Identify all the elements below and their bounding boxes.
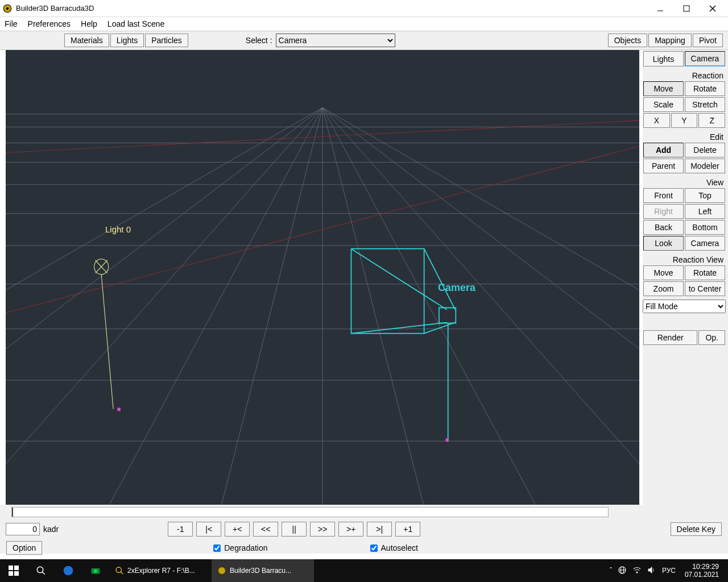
svg-line-54 — [121, 572, 123, 574]
select-label: Select : — [246, 36, 272, 45]
materials-button[interactable]: Materials — [64, 34, 109, 47]
svg-rect-38 — [118, 408, 121, 411]
view-label: View — [643, 174, 726, 188]
op-button[interactable]: Op. — [698, 330, 725, 345]
taskbar-task-explorer[interactable]: 2xExplorer R7 - F:\B... — [109, 559, 212, 582]
objects-button[interactable]: Objects — [608, 34, 647, 47]
kadr-label: kadr — [43, 525, 59, 534]
edge-icon[interactable] — [55, 559, 82, 582]
timeline-panel: kadr -1 |< +< << || >> >+ >| +1 Delete K… — [0, 505, 728, 554]
minimize-button[interactable] — [647, 0, 673, 17]
render-button[interactable]: Render — [643, 330, 697, 345]
edit-parent-button[interactable]: Parent — [643, 159, 684, 173]
rview-center-button[interactable]: to Center — [685, 281, 725, 296]
app-icon — [2, 3, 13, 14]
axis-y-button[interactable]: Y — [671, 113, 698, 128]
timeline-track[interactable] — [11, 507, 609, 517]
svg-rect-46 — [9, 571, 13, 576]
svg-point-48 — [37, 567, 43, 573]
taskbar-task-builder3d[interactable]: Builder3D Barracu... — [212, 559, 314, 582]
menu-load-last-scene[interactable]: Load last Scene — [107, 19, 164, 28]
viewport-3d[interactable]: Light 0 Camera — [6, 50, 639, 531]
axis-x-button[interactable]: X — [643, 113, 670, 128]
wifi-icon[interactable] — [632, 566, 642, 576]
reaction-move-button[interactable]: Move — [643, 81, 684, 96]
axis-z-button[interactable]: Z — [698, 113, 725, 128]
language-indicator[interactable]: РУС — [662, 567, 676, 575]
reaction-stretch-button[interactable]: Stretch — [685, 97, 725, 112]
edit-label: Edit — [643, 129, 726, 143]
step-plus1-button[interactable]: +1 — [395, 522, 420, 537]
svg-marker-60 — [648, 567, 652, 573]
svg-point-52 — [94, 569, 98, 573]
svg-point-59 — [636, 572, 638, 573]
select-dropdown[interactable]: Camera — [276, 34, 395, 47]
taskbar-clock[interactable]: 10:29:29 07.01.2021 — [681, 563, 722, 579]
degradation-checkbox[interactable]: Degradation — [213, 543, 267, 552]
window-title: Builder3D Barracuda3D — [16, 4, 647, 13]
svg-point-1 — [6, 7, 9, 10]
reaction-rotate-button[interactable]: Rotate — [685, 81, 725, 96]
last-frame-button[interactable]: >| — [367, 522, 392, 537]
forward-button[interactable]: >> — [310, 522, 335, 537]
start-button[interactable] — [0, 559, 27, 582]
rewind-button[interactable]: << — [253, 522, 278, 537]
add-back-button[interactable]: +< — [225, 522, 250, 537]
svg-point-55 — [218, 567, 225, 574]
side-camera-button[interactable]: Camera — [685, 51, 725, 66]
rview-zoom-button[interactable]: Zoom — [643, 281, 684, 296]
svg-rect-44 — [9, 566, 13, 570]
volume-icon[interactable] — [647, 566, 656, 576]
title-bar: Builder3D Barracuda3D — [0, 0, 728, 17]
view-bottom-button[interactable]: Bottom — [685, 220, 725, 235]
particles-button[interactable]: Particles — [145, 34, 188, 47]
view-camera-button[interactable]: Camera — [685, 236, 725, 251]
system-tray: ˆ РУС 10:29:29 07.01.2021 — [604, 563, 728, 579]
menu-help[interactable]: Help — [81, 19, 97, 28]
kadr-input[interactable] — [6, 523, 40, 535]
pause-button[interactable]: || — [282, 522, 307, 537]
add-forward-button[interactable]: >+ — [338, 522, 363, 537]
rview-rotate-button[interactable]: Rotate — [685, 265, 725, 280]
reaction-label: Reaction — [643, 68, 726, 81]
camera-app-icon[interactable] — [82, 559, 109, 582]
view-left-button[interactable]: Left — [685, 204, 725, 219]
delete-key-button[interactable]: Delete Key — [671, 522, 722, 536]
view-top-button[interactable]: Top — [685, 188, 725, 203]
close-button[interactable] — [700, 0, 726, 17]
maximize-button[interactable] — [673, 0, 700, 17]
autoselect-checkbox[interactable]: Autoselect — [370, 543, 418, 552]
svg-point-53 — [116, 567, 121, 572]
rview-move-button[interactable]: Move — [643, 265, 684, 280]
edit-add-button[interactable]: Add — [643, 143, 684, 157]
search-icon[interactable] — [27, 559, 55, 582]
view-back-button[interactable]: Back — [643, 220, 684, 235]
reaction-view-label: Reaction View — [643, 252, 726, 265]
pivot-button[interactable]: Pivot — [693, 34, 723, 47]
side-lights-button[interactable]: Lights — [643, 51, 684, 66]
svg-line-49 — [42, 572, 45, 575]
fill-mode-select[interactable]: Fill Mode — [643, 300, 726, 313]
mapping-button[interactable]: Mapping — [648, 34, 692, 47]
network-icon[interactable] — [618, 566, 627, 576]
lights-button[interactable]: Lights — [110, 34, 144, 47]
svg-rect-45 — [14, 566, 19, 570]
tray-chevron-icon[interactable]: ˆ — [610, 567, 612, 575]
svg-point-50 — [64, 566, 73, 576]
viewport-light-label: Light 0 — [105, 225, 131, 234]
view-front-button[interactable]: Front — [643, 188, 684, 203]
svg-rect-3 — [684, 6, 689, 11]
top-toolbar: Materials Lights Particles Select : Came… — [0, 31, 728, 50]
edit-delete-button[interactable]: Delete — [685, 143, 725, 157]
menu-file[interactable]: File — [5, 19, 18, 28]
view-look-button[interactable]: Look — [643, 236, 684, 251]
first-frame-button[interactable]: |< — [196, 522, 221, 537]
step-minus1-button[interactable]: -1 — [168, 522, 193, 537]
viewport-camera-label: Camera — [438, 282, 475, 294]
view-right-button[interactable]: Right — [643, 204, 684, 219]
edit-modeler-button[interactable]: Modeler — [685, 159, 725, 173]
option-button[interactable]: Option — [6, 541, 42, 555]
taskbar: 2xExplorer R7 - F:\B... Builder3D Barrac… — [0, 559, 728, 582]
menu-preferences[interactable]: Preferences — [28, 19, 71, 28]
reaction-scale-button[interactable]: Scale — [643, 97, 684, 112]
